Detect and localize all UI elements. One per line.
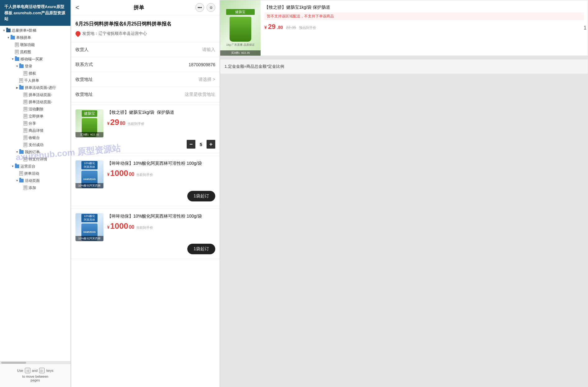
sidebar-item-activity-page-group[interactable]: ▶拼单活动页面-进行 [0, 84, 71, 91]
sidebar-title: 千人拼单电商活动管理Axure原型模板 axurehub.com产品原型资源站 [4, 4, 65, 21]
right-panel: 健肠宝 1kg 广东直播 品质保证 买3赠1 ¥22.35 【牧之骄】健肠宝1k… [220, 0, 588, 387]
sidebar-item-label-activity-page-group: 拼单活动页面-进行 [25, 85, 56, 90]
form-value-phone: 18700909876 [97, 62, 215, 67]
form-label-address-1: 收货地址 [75, 77, 97, 82]
product-info-1: 【牧之骄】健肠宝1kg/袋 保护肠道 ¥ 29 80 当前到手价 [107, 109, 215, 137]
sidebar-item-label-flowchart: 流程图 [20, 49, 31, 55]
product-image-3: 10%酸化阿莫西林 XAMVEXG 10%酸化阿莫西林 [75, 213, 103, 241]
sidebar-item-my-orders[interactable]: ▼我的订单 [0, 149, 71, 156]
sidebar-item-label-login-group: 登录 [25, 64, 32, 69]
sidebar-header: 千人拼单电商活动管理Axure原型模板 axurehub.com产品原型资源站 [0, 0, 71, 26]
form-row-recipient[interactable]: 收货人 请输入 [71, 42, 220, 57]
folder-icon-total-group [6, 29, 11, 32]
right-price-hint: 预估到手价 [299, 25, 316, 30]
page-icon-checkout [24, 136, 27, 140]
page-icon-add-function [15, 43, 19, 47]
right-price-sub: 22.35 [286, 25, 296, 30]
sidebar-item-group-buy[interactable]: 千人拼单 [0, 77, 71, 84]
price-hint-3: 当前到手价 [136, 225, 153, 230]
sidebar-item-label-single-group: 单独拼单 [16, 35, 31, 40]
order-button-2[interactable]: 1袋起订 [187, 191, 215, 201]
sidebar-item-auth[interactable]: 授权 [0, 70, 71, 77]
price-hint-2: 当前到手价 [136, 173, 153, 177]
sidebar-footer: Use ◁ and ▷ keys to move between pages [0, 364, 71, 387]
qty-increase-1[interactable]: + [207, 140, 215, 149]
form-row-phone[interactable]: 联系方式 18700909876 [71, 57, 220, 72]
sidebar-item-share[interactable]: 分享 [0, 120, 71, 127]
form-row-address-detail[interactable]: 收货地址 这里是收货地址 [71, 87, 220, 102]
note-text: 1.定金金额=商品总金额*定金比例 [225, 64, 285, 69]
back-button[interactable]: < [75, 4, 79, 11]
price-symbol-2: ¥ [107, 172, 110, 177]
sidebar-item-ops-backend[interactable]: ▼运营后台 [0, 163, 71, 170]
order-button-3[interactable]: 1袋起订 [187, 244, 215, 254]
sidebar-item-label-activity-pages: 活动页面 [25, 178, 40, 183]
price-symbol-1: ¥ [107, 121, 110, 126]
sidebar: 千人拼单电商活动管理Axure原型模板 axurehub.com产品原型资源站 … [0, 0, 71, 387]
next-key-icon[interactable]: ▷ [39, 368, 45, 373]
right-product-info: 【牧之骄】健肠宝1kg/袋 保护肠道 暂不支持该区域配送，不支持下单该商品 ¥ … [261, 0, 588, 56]
product-price-3: ¥ 1000 00 当前到手价 [107, 221, 215, 231]
page-icon-immediate-buy [24, 114, 27, 118]
right-price-row: ¥ 29 .80 22.35 预估到手价 [264, 23, 584, 31]
right-product-name: 【牧之骄】健肠宝1kg/袋 保护肠道 [264, 4, 584, 11]
footer-and-text: and [32, 369, 38, 372]
more-options-button[interactable]: ••• [195, 3, 204, 12]
price-symbol-3: ¥ [107, 225, 110, 230]
sidebar-item-checkout[interactable]: 收银台 [0, 134, 71, 141]
price-main-2: 1000 [110, 168, 128, 178]
folder-icon-single-group [11, 36, 15, 39]
sidebar-item-label-ops-backend: 运营后台 [21, 164, 35, 169]
price-decimal-3: 00 [129, 224, 134, 230]
sidebar-item-label-group-buy: 千人拼单 [24, 78, 39, 83]
page-icon-activity-page-1 [24, 93, 27, 97]
sidebar-tree[interactable]: ▼总量拼单+阶梯▼单独拼单增加功能流程图▼移动端—买家▼登录授权千人拼单▶拼单活… [0, 26, 71, 362]
sidebar-item-activity-delete[interactable]: 活动删除 [0, 106, 71, 113]
sidebar-item-label-checkout: 收银台 [29, 135, 40, 141]
form-row-address-select[interactable]: 收货地址 请选择 > [71, 72, 220, 87]
product-bottom-3: 1袋起订 [75, 244, 215, 254]
sidebar-item-add-function[interactable]: 增加功能 [0, 41, 71, 48]
sidebar-item-label-add-function: 增加功能 [20, 42, 35, 48]
price-decimal-1: 80 [120, 121, 125, 126]
sidebar-item-label-share: 分享 [29, 121, 36, 126]
sidebar-item-activity-pages[interactable]: ▼活动页面 [0, 177, 71, 184]
sidebar-item-total-group[interactable]: ▼总量拼单+阶梯 [0, 27, 71, 34]
sidebar-item-label-immediate-buy: 立即拼单 [29, 114, 43, 119]
product-name-3: 【哞哞动保】10%酸化阿莫西林可溶性粉 100g/袋 [107, 213, 215, 219]
sidebar-item-label-pending-detail: 待支付详情 [29, 157, 47, 162]
sidebar-item-flowchart[interactable]: 流程图 [0, 48, 71, 56]
product-image-2: 10%酸化阿莫西林 XAMVEXG 10%酸化阿莫西林 [75, 160, 103, 188]
header-actions: ••• ⊙ [195, 3, 215, 12]
sidebar-item-product-detail[interactable]: 商品详情 [0, 127, 71, 134]
page-icon-flowchart [15, 50, 19, 54]
qty-decrease-1[interactable]: − [187, 140, 195, 149]
sidebar-item-label-total-group: 总量拼单+阶梯 [12, 28, 36, 33]
sidebar-item-add-activity[interactable]: 添加 [0, 184, 71, 191]
sidebar-item-label-activity-delete: 活动删除 [29, 107, 43, 112]
location-icon [75, 30, 82, 37]
product-card-2: 10%酸化阿莫西林 XAMVEXG 10%酸化阿莫西林 【哞哞动保】10%酸化阿… [71, 156, 220, 206]
sidebar-item-pay-success[interactable]: 支付成功 [0, 141, 71, 149]
right-panel-nav-arrow[interactable]: 1 [584, 25, 586, 31]
sidebar-scroll-h[interactable] [0, 361, 71, 364]
sidebar-item-immediate-buy[interactable]: 立即拼单 [0, 113, 71, 120]
location-text: 发货地：辽宁省抚顺市牟县运营中心 [82, 31, 147, 36]
page-icon-share [24, 121, 27, 126]
qty-control-1: − 5 + [187, 140, 215, 149]
folder-page-icon-activity-pages [19, 179, 24, 182]
sidebar-item-activity-page-1[interactable]: 拼单活动页面- [0, 91, 71, 99]
sidebar-item-pending-detail[interactable]: 待支付详情 [0, 156, 71, 163]
circle-button[interactable]: ⊙ [207, 3, 215, 12]
qty-number-1: 5 [195, 142, 207, 147]
sidebar-item-group-activity[interactable]: 拼单活动 [0, 170, 71, 177]
sidebar-item-mobile-buyer[interactable]: ▼移动端—买家 [0, 56, 71, 63]
footer-use-text: Use [17, 369, 23, 372]
sidebar-item-login-group[interactable]: ▼登录 [0, 63, 71, 70]
prev-key-icon[interactable]: ◁ [25, 368, 30, 373]
sidebar-item-single-group[interactable]: ▼单独拼单 [0, 34, 71, 41]
product-img-label-3: 10%酸化阿莫西林 [75, 236, 103, 241]
sidebar-item-activity-page-2[interactable]: 拼单活动页面- [0, 99, 71, 106]
form-section: 收货人 请输入 联系方式 18700909876 收货地址 请选择 > 收货地址… [71, 42, 220, 102]
product-img-label-2: 10%酸化阿莫西林 [75, 183, 103, 188]
